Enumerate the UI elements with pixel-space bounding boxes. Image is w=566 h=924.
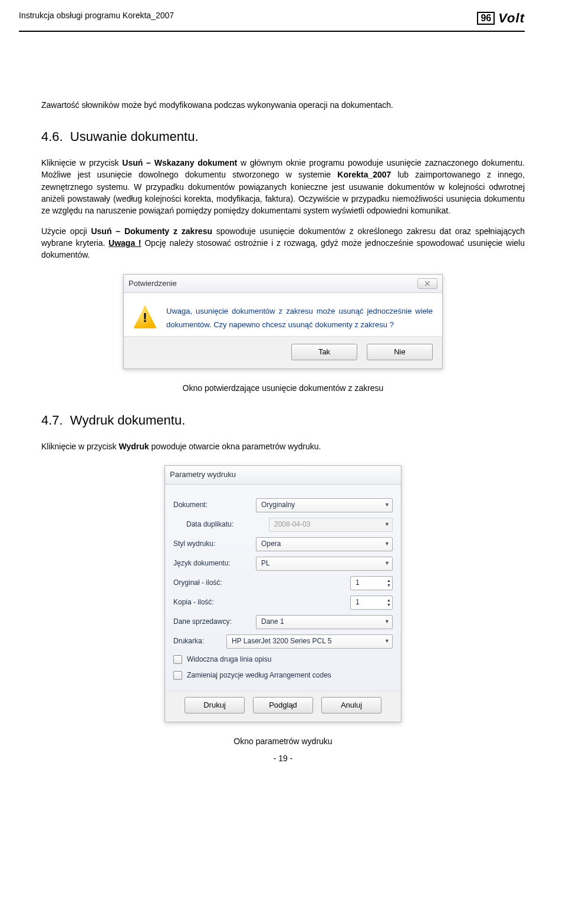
label-sprzedawca: Dane sprzedawcy: (173, 617, 256, 627)
chevron-down-icon: ▼ (384, 618, 390, 626)
select-dokument[interactable]: Oryginalny▼ (256, 498, 393, 512)
select-value: 2008-04-03 (274, 519, 310, 530)
paragraph: Kliknięcie w przycisk Usuń – Wskazany do… (41, 157, 525, 216)
chevron-down-icon: ▼ (384, 521, 390, 528)
print-params-dialog: Parametry wydruku Dokument: Oryginalny▼ … (164, 465, 402, 722)
select-value: Oryginalny (261, 500, 295, 510)
updown-icon: ▲▼ (387, 598, 391, 607)
section-number: 4.6. (41, 129, 63, 144)
text-run: powoduje otwarcie okna parametrów wydruk… (149, 442, 321, 451)
label-kopia-ilosc: Kopia - ilość: (173, 597, 256, 607)
section-title: Usuwanie dokumentu. (70, 129, 199, 144)
dialog-titlebar: Parametry wydruku (165, 466, 401, 485)
section-title: Wydruk dokumentu. (70, 413, 185, 428)
page-header: Instrukcja obsługi programu Korekta_2007… (0, 0, 566, 31)
no-button[interactable]: Nie (367, 344, 433, 361)
section-heading-46: 4.6. Usuwanie dokumentu. (41, 127, 525, 146)
text-run: Kliknięcie w przycisk (41, 442, 119, 451)
text-warning: Uwaga ! (108, 238, 141, 248)
warning-icon (133, 305, 157, 328)
confirm-dialog: Potwierdzenie ✕ Uwaga, usunięcie dokumen… (123, 274, 443, 370)
paragraph: Użycie opcji Usuń – Dokumenty z zakresu … (41, 225, 525, 261)
yes-button[interactable]: Tak (291, 344, 357, 361)
dialog-message: Uwaga, usunięcie dokumentów z zakresu mo… (166, 305, 433, 331)
figure-caption: Okno parametrów wydruku (41, 735, 525, 747)
label-drukarka: Drukarka: (173, 636, 226, 646)
select-value: Dane 1 (261, 617, 284, 627)
label-styl: Styl wydruku: (173, 539, 256, 549)
dialog-titlebar: Potwierdzenie ✕ (124, 275, 442, 294)
label-dokument: Dokument: (173, 500, 256, 510)
page-number: - 19 - (41, 752, 525, 764)
select-jezyk[interactable]: PL▼ (256, 557, 393, 571)
label-jezyk: Język dokumentu: (173, 558, 256, 568)
chevron-down-icon: ▼ (384, 540, 390, 548)
preview-button[interactable]: Podgląd (253, 697, 313, 714)
checkbox-label: Widoczna druga linia opisu (187, 655, 271, 665)
select-value: Opera (261, 539, 281, 549)
text-bold: Usuń – Wskazany dokument (122, 158, 237, 167)
select-value: PL (261, 558, 270, 568)
select-styl[interactable]: Opera▼ (256, 537, 393, 551)
spinner-value: 1 (356, 578, 360, 588)
checkbox-arrangement[interactable] (173, 671, 182, 680)
text-run: Kliknięcie w przycisk (41, 158, 122, 167)
updown-icon: ▲▼ (387, 578, 391, 588)
figure-caption: Okno potwierdzające usunięcie dokumentów… (41, 382, 525, 394)
label-oryginal-ilosc: Oryginał - ilość: (173, 578, 256, 588)
close-button[interactable]: ✕ (417, 278, 437, 289)
brand-96: 96 (477, 12, 495, 25)
select-value: HP LaserJet 3200 Series PCL 5 (232, 636, 331, 646)
section-number: 4.7. (41, 413, 63, 428)
spinner-kopia[interactable]: 1▲▼ (350, 596, 393, 610)
brand-volt: Volt (498, 11, 525, 26)
text-run: Użycie opcji (41, 226, 91, 236)
dialog-title: Parametry wydruku (170, 469, 236, 481)
spinner-value: 1 (356, 597, 360, 607)
select-data-duplikatu: 2008-04-03▼ (269, 518, 393, 532)
label-data-duplikatu: Data duplikatu: (173, 519, 269, 530)
text-bold: Korekta_2007 (337, 170, 391, 179)
checkbox-druga-linia[interactable] (173, 655, 182, 664)
dialog-title: Potwierdzenie (129, 278, 177, 290)
select-drukarka[interactable]: HP LaserJet 3200 Series PCL 5▼ (226, 634, 393, 649)
paragraph: Zawartość słowników może być modyfikowan… (41, 99, 525, 111)
spinner-oryginal[interactable]: 1▲▼ (350, 576, 393, 590)
chevron-down-icon: ▼ (384, 637, 390, 645)
text-bold: Wydruk (119, 442, 149, 451)
brand-logo: 96 Volt (477, 11, 525, 26)
chevron-down-icon: ▼ (384, 560, 390, 567)
select-sprzedawca[interactable]: Dane 1▼ (256, 615, 393, 629)
text-bold: Usuń – Dokumenty z zakresu (91, 226, 212, 236)
chevron-down-icon: ▼ (384, 501, 390, 509)
cancel-button[interactable]: Anuluj (321, 697, 381, 714)
header-title: Instrukcja obsługi programu Korekta_2007 (19, 11, 174, 20)
section-heading-47: 4.7. Wydruk dokumentu. (41, 411, 525, 430)
print-button[interactable]: Drukuj (185, 697, 245, 714)
paragraph: Kliknięcie w przycisk Wydruk powoduje ot… (41, 440, 525, 452)
checkbox-label: Zamieniaj pozycje według Arrangement cod… (187, 670, 331, 680)
